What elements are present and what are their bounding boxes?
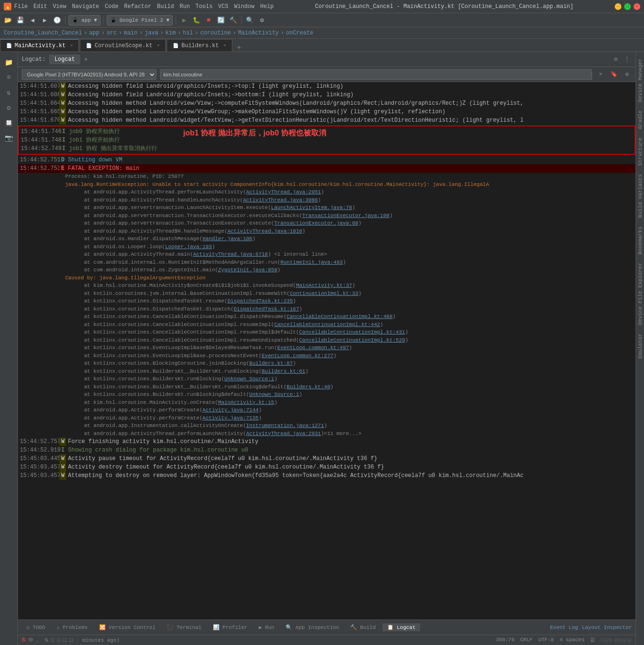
hierarchy-icon[interactable]: ⇅: [2, 86, 16, 99]
back-icon[interactable]: ◀: [27, 15, 38, 25]
layout-inspector-link[interactable]: Layout Inspector: [582, 625, 632, 630]
tab-todo[interactable]: ☑ TODO: [22, 623, 50, 631]
build-variants-tab[interactable]: Build Variants: [636, 171, 644, 220]
tab-mainactivity[interactable]: 📄 MainActivity.kt ×: [0, 39, 79, 51]
minimize-button[interactable]: −: [615, 3, 621, 10]
recent-files-icon[interactable]: 🕐: [52, 15, 62, 25]
filter-input[interactable]: [160, 69, 592, 80]
menu-view[interactable]: View: [53, 3, 67, 10]
event-log-link[interactable]: Event Log: [550, 625, 578, 630]
logcat-add-tab[interactable]: +: [84, 56, 88, 63]
menu-window[interactable]: Window: [234, 3, 254, 10]
breadcrumb-java[interactable]: java: [144, 30, 158, 36]
breadcrumb-oncreate[interactable]: onCreate: [286, 30, 314, 36]
logcat-tab[interactable]: Logcat: [49, 55, 80, 64]
breadcrumb-src[interactable]: src: [107, 30, 117, 36]
menu-navigate[interactable]: Navigate: [72, 3, 99, 10]
emulator-icon[interactable]: 🔲: [2, 116, 16, 129]
tab-builders[interactable]: 📄 Builders.kt ×: [167, 39, 232, 51]
log-line: 15:44:51.607 W Accessing hidden field La…: [18, 82, 636, 91]
bottom-right-info: 350:76 CRLF UTF-8 4 spaces ☰ CSDN @韩叔叔: [496, 637, 632, 644]
maximize-button[interactable]: □: [624, 3, 631, 10]
log-line-fatal: 15:44:52.753 E FATAL EXCEPTION: main: [18, 164, 636, 173]
device-dropdown[interactable]: 📱 Google Pixel 2 ▼: [107, 15, 173, 25]
breadcrumb-mainactivity[interactable]: MainActivity: [238, 30, 279, 36]
forward-icon[interactable]: ▶: [40, 15, 50, 25]
device-file-explorer-tab[interactable]: Device File Explorer: [636, 260, 644, 328]
log-line-pause-timeout: 15:45:03.445 W Activity pause timeout fo…: [18, 454, 636, 463]
log-area[interactable]: 15:44:51.607 W Accessing hidden field La…: [18, 82, 636, 620]
save-icon[interactable]: 💾: [15, 15, 25, 25]
stop-button[interactable]: ■: [203, 15, 214, 25]
settings-button[interactable]: ⚙: [257, 15, 267, 25]
caused-frame-20: at android.app.ActivityThread.performLau…: [18, 430, 636, 438]
menu-tools[interactable]: Tools: [195, 3, 212, 10]
menu-edit[interactable]: Edit: [34, 3, 47, 10]
tab-profiler[interactable]: 📊 Profiler: [208, 623, 252, 631]
menu-help[interactable]: Help: [260, 3, 274, 10]
menu-refactor[interactable]: Refactor: [124, 3, 152, 10]
logcat-settings-icon[interactable]: ⚙: [611, 55, 620, 64]
stack-frame-5: at android.app.servertransaction.Transac…: [18, 219, 636, 227]
menu-build[interactable]: Build: [157, 3, 174, 10]
caused-frame-15: at kotlinx.coroutines.BuildersKt.runBloc…: [18, 391, 636, 399]
caused-frame-14: at kotlinx.coroutines.BuildersKt__Builde…: [18, 383, 636, 391]
menu-code[interactable]: Code: [105, 3, 119, 10]
breadcrumb-kim[interactable]: kim: [166, 30, 176, 36]
menu-file[interactable]: File: [14, 3, 28, 10]
tab-coroutinescope[interactable]: 📄 CoroutineScope.kt ×: [80, 39, 166, 51]
window-controls[interactable]: − □ ×: [615, 3, 640, 10]
caused-frame-3: at kotlinx.coroutines.DispatchedTaskKt.r…: [18, 297, 636, 305]
structure-tab[interactable]: Structure: [636, 135, 644, 168]
breadcrumb-main[interactable]: main: [124, 30, 137, 36]
build-button[interactable]: 🔨: [228, 15, 238, 25]
sync-button[interactable]: 🔄: [216, 15, 226, 25]
breadcrumb-hsl[interactable]: hsl: [183, 30, 193, 36]
close-button[interactable]: ×: [634, 3, 640, 10]
tab-version-control[interactable]: 🔀 Version Control: [94, 623, 161, 631]
project-panel-icon[interactable]: 📁: [2, 56, 16, 69]
caused-frame-1: at kim.hsl.coroutine.MainActivity$onCrea…: [18, 282, 636, 290]
caused-frame-16: at kim.hsl.coroutine.MainActivity.onCrea…: [18, 399, 636, 407]
camera2-icon[interactable]: 📷: [2, 131, 16, 144]
window-title: Coroutine_Launch_Cancel - MainActivity.k…: [274, 3, 615, 10]
tab-logcat[interactable]: 📋 Logcat: [382, 623, 420, 631]
open-folder-icon[interactable]: 📂: [3, 15, 13, 25]
bookmark-icon[interactable]: 🔖: [609, 70, 619, 79]
status-right: Event Log Layout Inspector: [550, 625, 632, 630]
filter-clear-icon[interactable]: ×: [596, 70, 605, 79]
menu-bar[interactable]: File Edit View Navigate Code Refactor Bu…: [14, 3, 274, 10]
device-select[interactable]: Google Pixel 2 (HT7BV1A02915) Android 9,…: [22, 69, 156, 80]
log-line-shutdown: 15:44:52.751 D Shutting down VM: [18, 156, 636, 164]
run-config-icon[interactable]: ⚙: [2, 101, 16, 114]
device-manager-tab[interactable]: Device Manager: [636, 56, 644, 105]
stack-frame-4: at android.app.servertransaction.Transac…: [18, 212, 636, 220]
tab-run[interactable]: ▶ Run: [254, 623, 279, 631]
breadcrumb-coroutine[interactable]: coroutine: [200, 30, 231, 36]
toolbar-separator-4: [241, 16, 242, 25]
bookmarks-tab[interactable]: Bookmarks: [636, 224, 644, 257]
structure-icon[interactable]: ≡: [2, 71, 16, 84]
logcat-more-icon[interactable]: ⋮: [622, 55, 632, 64]
tab-app-inspection[interactable]: 🔍 App Inspection: [281, 623, 344, 631]
menu-run[interactable]: Run: [179, 3, 190, 10]
tab-close-builders[interactable]: ×: [223, 43, 226, 48]
tab-problems[interactable]: ⚠ Problems: [52, 623, 93, 631]
filter-settings-icon[interactable]: ⚙: [622, 70, 632, 79]
breadcrumb-app[interactable]: app: [89, 30, 100, 36]
tab-terminal[interactable]: ⬛ Terminal: [162, 623, 206, 631]
tab-close-mainactivity[interactable]: ×: [70, 43, 73, 48]
gradle-tab[interactable]: Gradle: [636, 108, 644, 132]
breadcrumb-project[interactable]: Coroutine_Launch_Cancel: [4, 30, 82, 36]
debug-button[interactable]: 🐛: [191, 15, 202, 25]
tab-close-coroutinescope[interactable]: ×: [157, 43, 160, 48]
run-button[interactable]: ▶: [179, 15, 189, 25]
emulator-tab[interactable]: Emulator: [636, 331, 644, 361]
editor-tab-bar: 📄 MainActivity.kt × 📄 CoroutineScope.kt …: [0, 39, 644, 52]
app-dropdown[interactable]: 📱 app ▼: [68, 15, 101, 25]
add-tab-button[interactable]: +: [233, 44, 245, 51]
menu-vcs[interactable]: VCS: [218, 3, 229, 10]
search-button[interactable]: 🔍: [245, 15, 255, 25]
stack-exception: java.lang.RuntimeException: Unable to st…: [18, 181, 636, 189]
tab-build[interactable]: 🔨 Build: [346, 623, 381, 631]
